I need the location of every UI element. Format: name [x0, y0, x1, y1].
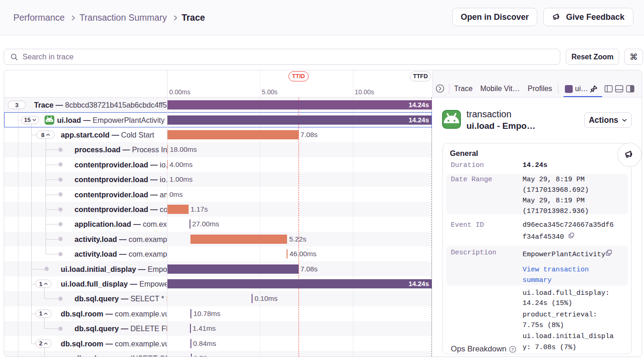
svg-text:?: ? [512, 347, 514, 351]
